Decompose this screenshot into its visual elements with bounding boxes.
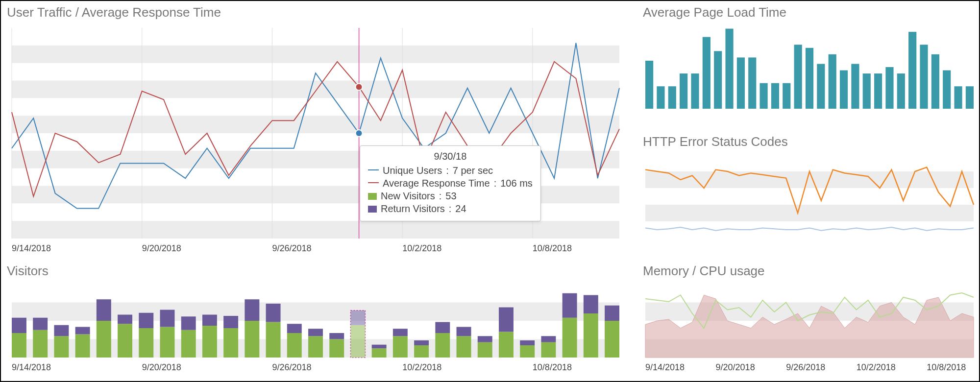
- svg-rect-86: [350, 310, 365, 325]
- svg-rect-52: [12, 333, 26, 358]
- svg-rect-64: [139, 328, 153, 358]
- svg-rect-95: [457, 336, 471, 358]
- svg-text:9/14/2018: 9/14/2018: [645, 362, 685, 372]
- chart-memcpu[interactable]: 9/14/20189/20/20189/26/201810/2/201810/8…: [643, 282, 976, 375]
- panel-title-pageload: Average Page Load Time: [643, 5, 976, 20]
- panel-user-traffic: User Traffic / Average Response Time 9/1…: [7, 5, 634, 259]
- svg-rect-106: [563, 293, 577, 317]
- svg-rect-30: [771, 83, 779, 109]
- svg-rect-101: [520, 345, 535, 358]
- svg-rect-96: [457, 327, 471, 336]
- svg-rect-36: [840, 71, 848, 109]
- svg-rect-60: [97, 321, 111, 358]
- svg-rect-79: [287, 324, 302, 333]
- panel-memory-cpu: Memory / CPU usage 9/14/20189/20/20189/2…: [643, 263, 976, 377]
- svg-rect-108: [584, 295, 598, 313]
- svg-rect-40: [885, 67, 893, 109]
- svg-rect-87: [372, 348, 387, 358]
- svg-rect-105: [563, 317, 577, 357]
- svg-rect-49: [645, 205, 974, 221]
- svg-rect-29: [760, 83, 768, 109]
- svg-rect-77: [266, 304, 281, 322]
- panel-http-errors: HTTP Error Status Codes: [643, 134, 976, 259]
- chart-errors[interactable]: [643, 152, 976, 240]
- svg-rect-71: [202, 314, 217, 326]
- svg-rect-1: [12, 81, 619, 98]
- svg-rect-53: [12, 317, 26, 333]
- svg-rect-76: [266, 322, 281, 358]
- svg-rect-57: [54, 325, 69, 336]
- svg-rect-19: [645, 61, 653, 109]
- svg-rect-68: [181, 330, 196, 357]
- chart-traffic[interactable]: 9/14/20189/20/20189/26/201810/2/201810/8…: [7, 23, 634, 253]
- svg-point-13: [356, 83, 363, 90]
- svg-rect-31: [783, 83, 790, 109]
- svg-rect-93: [435, 333, 450, 358]
- svg-rect-45: [943, 71, 951, 109]
- svg-rect-58: [75, 334, 90, 358]
- panel-title-traffic: User Traffic / Average Response Time: [7, 5, 634, 20]
- tooltip-row-unique-users: Unique Users : 7 per sec: [368, 165, 533, 176]
- svg-rect-98: [478, 336, 492, 342]
- svg-rect-78: [287, 333, 302, 358]
- svg-rect-23: [691, 73, 699, 109]
- svg-text:9/20/2018: 9/20/2018: [142, 243, 181, 253]
- svg-rect-22: [680, 73, 687, 109]
- svg-rect-109: [605, 321, 619, 358]
- svg-rect-100: [499, 307, 514, 332]
- chart-pageload[interactable]: [643, 23, 976, 111]
- svg-rect-62: [118, 324, 132, 358]
- svg-rect-65: [139, 312, 153, 328]
- tooltip-row-avg-resp: Average Response Time : 106 ms: [368, 178, 533, 189]
- svg-text:9/20/2018: 9/20/2018: [716, 362, 755, 372]
- chart-tooltip: 9/30/18 Unique Users : 7 per sec Average…: [360, 145, 541, 221]
- svg-rect-85: [350, 325, 365, 357]
- svg-rect-104: [541, 336, 556, 342]
- svg-rect-56: [54, 336, 69, 358]
- panel-title-visitors: Visitors: [7, 263, 634, 279]
- svg-rect-89: [393, 336, 408, 358]
- svg-rect-81: [308, 329, 323, 336]
- svg-rect-61: [97, 299, 111, 321]
- svg-rect-33: [806, 48, 813, 109]
- svg-text:9/14/2018: 9/14/2018: [12, 362, 51, 372]
- svg-text:10/8/2018: 10/8/2018: [533, 243, 572, 253]
- tooltip-row-new-visitors: New Visitors : 53: [368, 191, 533, 202]
- svg-rect-75: [245, 299, 259, 321]
- svg-rect-43: [920, 45, 928, 109]
- svg-rect-21: [668, 86, 676, 109]
- panel-title-errors: HTTP Error Status Codes: [643, 134, 976, 149]
- svg-rect-83: [329, 333, 344, 339]
- svg-text:9/26/2018: 9/26/2018: [272, 362, 311, 372]
- svg-text:10/8/2018: 10/8/2018: [927, 362, 966, 372]
- svg-rect-54: [33, 330, 48, 357]
- svg-rect-59: [75, 327, 90, 334]
- svg-rect-70: [202, 326, 217, 358]
- svg-rect-32: [794, 45, 802, 109]
- svg-rect-73: [223, 316, 238, 328]
- svg-rect-34: [817, 64, 825, 109]
- svg-rect-24: [703, 37, 710, 109]
- svg-point-12: [356, 130, 363, 137]
- svg-rect-44: [931, 54, 939, 109]
- svg-rect-94: [435, 322, 450, 333]
- svg-rect-41: [897, 73, 905, 109]
- panel-title-memcpu: Memory / CPU usage: [643, 263, 976, 279]
- svg-rect-38: [863, 73, 871, 109]
- svg-rect-74: [245, 321, 259, 358]
- svg-rect-88: [372, 344, 387, 348]
- svg-rect-5: [12, 221, 619, 239]
- svg-rect-0: [12, 46, 619, 63]
- svg-rect-63: [118, 314, 132, 324]
- svg-rect-67: [160, 310, 175, 327]
- svg-rect-66: [160, 327, 175, 358]
- svg-rect-20: [657, 86, 664, 109]
- panel-visitors: Visitors 9/14/20189/20/20189/26/201810/2…: [7, 263, 634, 377]
- svg-rect-47: [966, 86, 974, 109]
- svg-rect-91: [414, 345, 429, 358]
- svg-rect-102: [520, 340, 535, 345]
- chart-visitors[interactable]: 9/14/20189/20/20189/26/201810/2/201810/8…: [7, 282, 634, 375]
- svg-rect-82: [329, 339, 344, 358]
- svg-rect-28: [748, 57, 756, 109]
- svg-rect-37: [851, 64, 859, 109]
